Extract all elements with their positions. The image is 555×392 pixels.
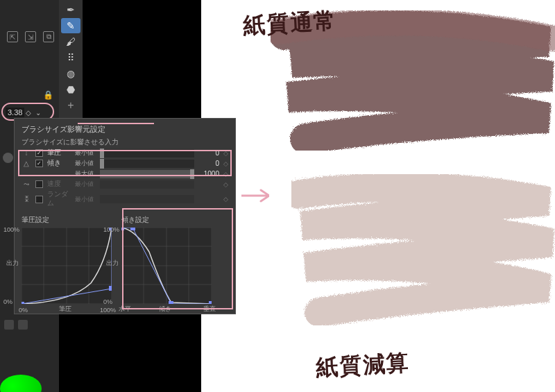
random-slider: [100, 195, 194, 203]
panel-title: ブラシサイズ影響元設定: [22, 124, 228, 135]
fill-icon[interactable]: ◍: [61, 66, 80, 81]
random-sublabel: 最小値: [75, 195, 96, 204]
export-icon[interactable]: ⇱: [7, 31, 18, 42]
grid-icon[interactable]: [18, 320, 28, 330]
speed-slider: [100, 180, 194, 189]
eyedropper-icon[interactable]: ✒: [61, 2, 80, 17]
blend-icon[interactable]: ⬣: [61, 82, 80, 97]
speed-checkbox[interactable]: [35, 180, 43, 188]
panel-subtitle: ブラシサイズに影響させる入力: [22, 137, 228, 147]
row-random: ⁑ ランダム 最小値 ◇: [22, 190, 228, 208]
brush-icon[interactable]: 🖌: [61, 34, 80, 49]
random-icon: ⁑: [22, 196, 31, 203]
brush-stroke-subtract: [291, 173, 555, 340]
speed-icon: ⤳: [22, 180, 31, 188]
tool-toolbar: ✒ ✎ 🖌 ⠿ ◍ ⬣ +: [59, 0, 83, 125]
tilt-rows-highlight: [18, 150, 232, 176]
random-checkbox[interactable]: [35, 196, 43, 203]
canvas-label-top: 紙質通常: [242, 6, 338, 41]
spray-icon[interactable]: ⠿: [61, 50, 80, 65]
svg-rect-11: [22, 302, 24, 304]
random-label: ランダム: [47, 190, 71, 208]
tilt-graph-highlight: [122, 208, 233, 309]
add-icon[interactable]: +: [61, 98, 80, 113]
pressure-curve-editor[interactable]: 筆圧設定 100% 出力 0% 0% 筆圧 100%: [22, 215, 112, 304]
swatch-1[interactable]: [3, 153, 13, 163]
pen-icon[interactable]: ✎: [61, 18, 80, 33]
title-highlight: [78, 123, 154, 124]
lock-icon[interactable]: 🔒: [43, 90, 53, 100]
svg-rect-12: [109, 286, 112, 291]
pressure-curve-svg: [22, 228, 112, 304]
speed-label: 速度: [47, 180, 71, 189]
pressure-graph-title: 筆圧設定: [22, 215, 112, 225]
copy-icon[interactable]: ⧉: [43, 31, 54, 42]
row-speed: ⤳ 速度 最小値 ◇: [22, 180, 228, 189]
arrow-icon: [241, 187, 269, 205]
color-preview[interactable]: [0, 375, 42, 392]
canvas-label-bottom: 紙質減算: [315, 348, 411, 383]
speed-sublabel: 最小値: [75, 180, 96, 189]
thumb-icon[interactable]: [4, 320, 14, 330]
import-icon[interactable]: ⇲: [25, 31, 36, 42]
